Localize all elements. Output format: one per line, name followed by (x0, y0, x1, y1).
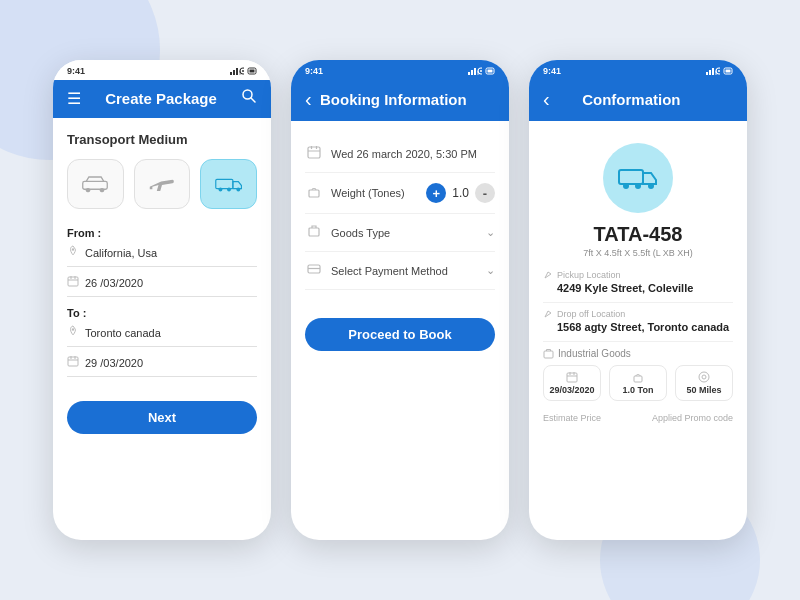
svg-point-61 (699, 372, 709, 382)
svg-rect-45 (712, 68, 714, 75)
transport-truck[interactable] (200, 159, 257, 209)
svg-rect-44 (709, 70, 711, 75)
svg-rect-13 (215, 179, 232, 188)
next-button[interactable]: Next (67, 401, 257, 434)
stat-weight: 1.0 Ton (609, 365, 667, 401)
from-date-value: 26 /03/2020 (85, 277, 143, 289)
transport-plane[interactable] (134, 159, 191, 209)
goods-type-row[interactable]: Goods Type ⌄ (305, 214, 495, 252)
signal-icons-right (706, 67, 733, 75)
right-content: TATA-458 7ft X 4.5ft X 5.5ft (L XB XH) P… (529, 121, 747, 540)
back-icon-middle[interactable]: ‹ (305, 88, 312, 111)
weight-label: Weight (Tones) (331, 187, 418, 199)
payment-chevron: ⌄ (486, 264, 495, 277)
svg-point-32 (480, 70, 482, 72)
estimate-label: Estimate Price (543, 413, 601, 423)
dropoff-block: Drop off Location 1568 agty Street, Toro… (543, 309, 733, 333)
payment-icon (305, 262, 323, 279)
from-label: From : (67, 227, 257, 239)
back-icon-right[interactable]: ‹ (543, 88, 550, 111)
calendar-icon-to (67, 355, 79, 370)
proceed-button[interactable]: Proceed to Book (305, 318, 495, 351)
to-location-value: Toronto canada (85, 327, 161, 339)
signal-icons-left (230, 67, 257, 75)
pickup-label: Pickup Location (543, 270, 733, 280)
weight-minus-btn[interactable]: - (475, 183, 495, 203)
status-bar-right: 9:41 (529, 60, 747, 80)
svg-point-62 (702, 375, 706, 379)
to-date-row: 29 /03/2020 (67, 355, 257, 377)
calendar-icon-from (67, 275, 79, 290)
svg-rect-40 (309, 228, 319, 236)
from-group: From : California, Usa 26 /03/2020 (67, 227, 257, 297)
svg-rect-39 (309, 190, 319, 197)
svg-point-17 (72, 248, 74, 250)
status-time-middle: 9:41 (305, 66, 323, 76)
weight-plus-btn[interactable]: + (426, 183, 446, 203)
svg-point-16 (236, 188, 240, 192)
svg-rect-56 (567, 373, 577, 382)
stat-miles-value: 50 Miles (686, 385, 721, 395)
status-time-left: 9:41 (67, 66, 85, 76)
svg-point-54 (648, 183, 654, 189)
svg-rect-1 (233, 70, 235, 75)
stat-date: 29/03/2020 (543, 365, 601, 401)
svg-rect-51 (619, 170, 643, 184)
goods-type-right: Industrial Goods (543, 348, 733, 359)
phone-right: 9:41 ‹ Conformation TA (529, 60, 747, 540)
svg-rect-23 (68, 357, 78, 366)
weight-icon (305, 185, 323, 202)
header-left: ☰ Create Package (53, 80, 271, 118)
svg-rect-35 (308, 147, 320, 158)
svg-point-14 (218, 188, 222, 192)
datetime-row: Wed 26 march 2020, 5:30 PM (305, 135, 495, 173)
transport-car[interactable] (67, 159, 124, 209)
signal-icons-middle (468, 67, 495, 75)
svg-rect-43 (706, 72, 708, 75)
from-location-value: California, Usa (85, 247, 157, 259)
phone-left: 9:41 ☰ Create Package Transoport Medium (53, 60, 271, 540)
menu-icon[interactable]: ☰ (67, 89, 81, 108)
svg-point-5 (242, 70, 244, 72)
payment-row[interactable]: Select Payment Method ⌄ (305, 252, 495, 290)
svg-rect-27 (468, 72, 470, 75)
svg-point-12 (100, 188, 104, 192)
divider-1 (543, 302, 733, 303)
svg-rect-60 (634, 376, 642, 382)
svg-rect-2 (236, 68, 238, 75)
promo-label: Applied Promo code (652, 413, 733, 423)
from-location-row: California, Usa (67, 245, 257, 267)
bottom-row: Estimate Price Applied Promo code (543, 409, 733, 423)
status-bar-middle: 9:41 (291, 60, 509, 80)
svg-point-22 (72, 328, 74, 330)
header-title-right: Conformation (582, 91, 680, 108)
from-date-row: 26 /03/2020 (67, 275, 257, 297)
svg-rect-10 (83, 181, 108, 189)
header-middle: ‹ Booking Information (291, 80, 509, 121)
phones-container: 9:41 ☰ Create Package Transoport Medium (53, 60, 747, 540)
datetime-value: Wed 26 march 2020, 5:30 PM (331, 148, 495, 160)
middle-content: Wed 26 march 2020, 5:30 PM Weight (Tones… (291, 121, 509, 540)
svg-rect-18 (68, 277, 78, 286)
svg-rect-29 (474, 68, 476, 75)
stat-date-value: 29/03/2020 (549, 385, 594, 395)
location-icon-to (67, 325, 79, 340)
svg-rect-0 (230, 72, 232, 75)
to-label: To : (67, 307, 257, 319)
svg-point-15 (227, 188, 231, 192)
pickup-address: 4249 Kyle Street, Coleville (543, 282, 733, 294)
to-group: To : Toronto canada 29 /03/2020 (67, 307, 257, 377)
svg-rect-50 (726, 70, 731, 73)
header-title-left: Create Package (105, 90, 217, 107)
svg-rect-55 (544, 351, 553, 358)
stat-weight-value: 1.0 Ton (623, 385, 654, 395)
weight-controls: + 1.0 - (426, 183, 495, 203)
search-icon-left[interactable] (241, 88, 257, 108)
pickup-block: Pickup Location 4249 Kyle Street, Colevi… (543, 270, 733, 294)
header-right: ‹ Conformation (529, 80, 747, 121)
vehicle-dims: 7ft X 4.5ft X 5.5ft (L XB XH) (543, 248, 733, 258)
svg-point-11 (86, 188, 90, 192)
status-time-right: 9:41 (543, 66, 561, 76)
goods-icon (305, 224, 323, 241)
header-title-middle: Booking Information (320, 91, 467, 108)
